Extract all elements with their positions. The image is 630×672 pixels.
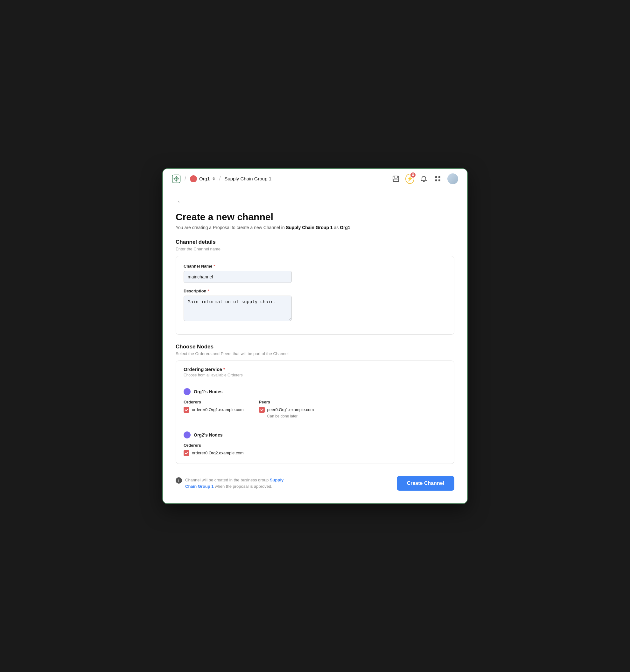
org1-peers-col: Peers peer0.Org1.example.com Can be done… [259, 400, 314, 418]
navbar-left: / Org1 / Supply Chain Group 1 [172, 174, 271, 183]
nodes-card: Ordering Service * Choose from all avail… [176, 360, 454, 464]
svg-point-5 [176, 176, 176, 177]
choose-nodes-title: Choose Nodes [176, 344, 454, 350]
org1-dot [184, 388, 191, 395]
channel-details-title: Channel details [176, 239, 454, 245]
org1-orderers-col: Orderers orderer0.Org1.example.com [184, 400, 244, 418]
org1-peer0-label: peer0.Org1.example.com [267, 407, 314, 412]
org2-group: Org2's Nodes Orderers orderer0.Org2.exam… [176, 425, 454, 463]
org1-header: Org1's Nodes [184, 388, 446, 395]
lightning-icon[interactable]: ⚡ 8 [405, 174, 414, 183]
breadcrumb-sep-1: / [185, 175, 186, 182]
channel-details-card: Channel Name * Description * Main inform… [176, 256, 454, 335]
org-arrows-icon [213, 177, 215, 181]
svg-rect-10 [394, 176, 397, 178]
main-window: / Org1 / Supply Chain Group 1 [162, 168, 468, 504]
org2-orderer0-checkbox[interactable] [184, 450, 189, 456]
org1-columns: Orderers orderer0.Org1.example.com Peers [184, 400, 446, 418]
ordering-service-hint: Choose from all available Orderers [184, 373, 446, 377]
org1-orderers-label: Orderers [184, 400, 244, 404]
navbar: / Org1 / Supply Chain Group 1 [163, 169, 467, 189]
org2-orderer0-row: orderer0.Org2.example.com [184, 450, 244, 456]
breadcrumb-group: Supply Chain Group 1 [224, 176, 271, 182]
org-dot [190, 175, 197, 182]
svg-point-4 [176, 178, 177, 179]
info-icon: i [176, 477, 182, 484]
page-footer: i Channel will be created in the busines… [176, 473, 454, 490]
description-required: * [208, 289, 209, 293]
org-selector[interactable]: Org1 [190, 175, 215, 182]
svg-rect-12 [435, 176, 437, 178]
save-icon[interactable] [391, 174, 400, 183]
org1-orderer0-label: orderer0.Org1.example.com [192, 407, 244, 412]
avatar[interactable] [447, 173, 458, 184]
svg-rect-11 [394, 179, 398, 182]
navbar-right: ⚡ 8 [391, 173, 458, 184]
logo-icon[interactable] [172, 174, 181, 183]
channel-name-label: Channel Name * [184, 264, 446, 268]
back-button[interactable]: ← [176, 197, 185, 207]
page-subtitle: You are creating a Proposal to create a … [176, 225, 454, 230]
org2-orderers-col: Orderers orderer0.Org2.example.com [184, 443, 244, 457]
footer-info: i Channel will be created in the busines… [176, 477, 284, 489]
subtitle-group: Supply Chain Group 1 [286, 225, 333, 230]
channel-name-input[interactable] [184, 271, 292, 283]
lightning-circle: ⚡ 8 [405, 174, 414, 184]
subtitle-org: Org1 [340, 225, 350, 230]
org1-orderer0-row: orderer0.Org1.example.com [184, 407, 244, 413]
channel-name-group: Channel Name * [184, 264, 446, 283]
org1-peer0-row: peer0.Org1.example.com [259, 407, 314, 413]
org2-name: Org2's Nodes [194, 432, 222, 437]
org2-dot [184, 431, 191, 438]
org1-peers-label: Peers [259, 400, 314, 404]
svg-rect-14 [435, 179, 437, 182]
page-title: Create a new channel [176, 212, 454, 222]
create-channel-button[interactable]: Create Channel [397, 476, 454, 490]
breadcrumb-sep-2: / [219, 175, 220, 182]
svg-point-8 [178, 178, 179, 179]
svg-point-7 [173, 178, 174, 179]
ordering-service-title: Ordering Service * [184, 366, 446, 372]
svg-rect-13 [438, 176, 440, 178]
footer-suffix: when the proposal is approved. [214, 484, 272, 489]
footer-info-text: Channel will be created in the business … [185, 477, 284, 489]
subtitle-mid: as [333, 225, 340, 230]
channel-name-required: * [214, 264, 215, 268]
grid-icon[interactable] [433, 174, 442, 183]
org2-orderers-label: Orderers [184, 443, 244, 448]
ordering-service-header: Ordering Service * Choose from all avail… [176, 361, 454, 377]
org1-orderer0-checkbox[interactable] [184, 407, 189, 413]
description-label: Description * [184, 289, 446, 293]
org1-peer-note: Can be done later [267, 414, 314, 418]
footer-prefix: Channel will be created in the business … [185, 478, 270, 482]
svg-rect-15 [438, 179, 440, 182]
description-input[interactable]: Main information of supply chain. [184, 295, 292, 321]
bell-icon[interactable] [419, 174, 428, 183]
org2-header: Org2's Nodes [184, 431, 446, 438]
org-name: Org1 [199, 176, 210, 182]
choose-nodes-hint: Select the Orderers and Peers that will … [176, 351, 454, 356]
org1-peer0-checkbox[interactable] [259, 407, 265, 413]
ordering-required: * [223, 366, 225, 372]
org2-orderer0-label: orderer0.Org2.example.com [192, 451, 244, 455]
page-content: ← Create a new channel You are creating … [163, 189, 467, 503]
description-group: Description * Main information of supply… [184, 289, 446, 322]
svg-point-6 [176, 181, 176, 182]
subtitle-prefix: You are creating a Proposal to create a … [176, 225, 286, 230]
lightning-badge: 8 [410, 172, 415, 177]
org1-name: Org1's Nodes [194, 389, 222, 394]
org2-columns: Orderers orderer0.Org2.example.com [184, 443, 446, 457]
channel-details-hint: Enter the Channel name [176, 246, 454, 251]
org1-group: Org1's Nodes Orderers orderer0.Org1.exam… [176, 382, 454, 425]
